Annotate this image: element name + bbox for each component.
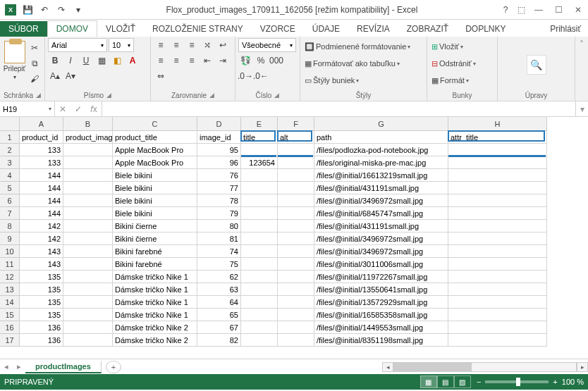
cell[interactable] [63, 156, 113, 169]
redo-icon[interactable]: ↷ [54, 2, 69, 18]
sheet-tab[interactable]: productImages [25, 361, 102, 373]
cell[interactable] [278, 321, 314, 334]
cell[interactable] [63, 283, 113, 296]
cell[interactable]: 82 [197, 334, 241, 347]
cell[interactable] [63, 232, 113, 245]
cell[interactable]: /files/@initial/13572929small.jpg [314, 296, 448, 309]
cell[interactable] [278, 245, 314, 258]
name-box[interactable]: H19▾ [0, 101, 55, 116]
cell[interactable] [278, 220, 314, 232]
cell[interactable]: path [314, 131, 448, 144]
increase-decimal-icon[interactable]: .0→ [238, 69, 252, 83]
cell[interactable]: 123654 [241, 156, 278, 169]
cell[interactable] [448, 220, 547, 232]
cell[interactable]: /files/@initial/8351198small.jpg [314, 334, 448, 347]
row-header[interactable]: 1 [0, 131, 20, 144]
cell[interactable]: 135 [20, 283, 63, 296]
row-header[interactable]: 16 [0, 321, 20, 334]
zoom-slider[interactable] [485, 380, 549, 383]
cell[interactable] [448, 334, 547, 347]
cell[interactable]: Bikini farebné [113, 245, 197, 258]
cell[interactable]: 79 [197, 207, 241, 220]
clipboard-dialog-launcher[interactable]: ◢ [36, 92, 41, 99]
orientation-icon[interactable]: ⤭ [200, 38, 214, 52]
merge-center-icon[interactable]: ⇔ [154, 69, 168, 83]
row-header[interactable]: 11 [0, 258, 20, 271]
cell[interactable]: 65 [197, 309, 241, 321]
percent-format-icon[interactable]: % [254, 54, 268, 68]
cell[interactable]: Dámske tričko Nike 1 [113, 296, 197, 309]
sign-in-link[interactable]: Prihlásiť [543, 21, 588, 37]
cell[interactable]: 143 [20, 258, 63, 271]
ribbon-display-options-icon[interactable]: ⬚ [513, 2, 529, 18]
row-header[interactable]: 17 [0, 334, 20, 347]
cell[interactable] [63, 258, 113, 271]
cell[interactable]: 144 [20, 182, 63, 194]
cell[interactable]: /files/@initial/3496972small.jpg [314, 194, 448, 207]
cell[interactable]: 67 [197, 321, 241, 334]
new-sheet-button[interactable]: + [106, 361, 121, 373]
row-header[interactable]: 12 [0, 271, 20, 283]
cell[interactable] [278, 182, 314, 194]
align-top-icon[interactable]: ≡ [154, 38, 168, 52]
cell[interactable]: /files/@initial/431191small.jpg [314, 220, 448, 232]
row-header[interactable]: 5 [0, 182, 20, 194]
cell[interactable] [241, 283, 278, 296]
find-select-button[interactable]: 🔍 [524, 52, 549, 75]
cell[interactable]: 135 [20, 296, 63, 309]
row-header[interactable]: 15 [0, 309, 20, 321]
cell[interactable]: Bikini čierne [113, 220, 197, 232]
align-bottom-icon[interactable]: ≡ [185, 38, 199, 52]
cell[interactable]: /files/@initial/1449553small.jpg [314, 321, 448, 334]
cancel-formula-icon[interactable]: ✕ [55, 104, 71, 114]
cell[interactable]: Bikini čierne [113, 232, 197, 245]
cell[interactable] [278, 169, 314, 182]
cell[interactable]: Dámske tričko Nike 2 [113, 321, 197, 334]
row-header[interactable]: 14 [0, 296, 20, 309]
cell[interactable]: /files/@initial/431191small.jpg [314, 182, 448, 194]
cell[interactable] [241, 334, 278, 347]
cell[interactable] [63, 169, 113, 182]
decrease-indent-icon[interactable]: ⇤ [200, 54, 214, 68]
cell[interactable]: Dámske tričko Nike 1 [113, 309, 197, 321]
format-painter-icon[interactable]: 🖌 [27, 72, 42, 86]
row-header[interactable]: 6 [0, 194, 20, 207]
ribbon-tab[interactable]: ZOBRAZIŤ [398, 21, 457, 37]
cell-styles-button[interactable]: ▭Štýly buniek▾ [303, 73, 424, 87]
align-middle-icon[interactable]: ≡ [169, 38, 183, 52]
row-header[interactable]: 9 [0, 232, 20, 245]
column-header[interactable]: C [113, 117, 197, 131]
cell[interactable]: 80 [197, 220, 241, 232]
qat-customize-icon[interactable]: ▾ [71, 2, 86, 18]
cell[interactable]: /files/@initial/13550641small.jpg [314, 283, 448, 296]
cell[interactable]: Bikini farebné [113, 258, 197, 271]
cell[interactable] [63, 220, 113, 232]
sheet-nav-prev[interactable]: ◂ [0, 362, 13, 371]
cell[interactable] [448, 194, 547, 207]
cell[interactable]: 136 [20, 321, 63, 334]
column-header[interactable]: G [314, 117, 448, 131]
cell[interactable]: Biele bikini [113, 169, 197, 182]
insert-cells-button[interactable]: ⊞Vložiť▾ [430, 39, 494, 54]
cell[interactable] [448, 271, 547, 283]
column-header[interactable]: D [197, 117, 241, 131]
cell[interactable] [278, 309, 314, 321]
cell[interactable] [278, 334, 314, 347]
hscroll-thumb[interactable] [394, 363, 472, 371]
column-header[interactable]: E [241, 117, 278, 131]
cell[interactable] [241, 321, 278, 334]
row-header[interactable]: 8 [0, 220, 20, 232]
alignment-dialog-launcher[interactable]: ◢ [209, 92, 214, 99]
decrease-font-icon[interactable]: A▾ [63, 69, 78, 83]
font-dialog-launcher[interactable]: ◢ [106, 92, 111, 99]
cell[interactable] [63, 321, 113, 334]
cell[interactable]: 63 [197, 283, 241, 296]
conditional-formatting-button[interactable]: 🔲Podmienené formátovanie▾ [303, 39, 424, 54]
cell[interactable] [278, 194, 314, 207]
cell[interactable]: Dámske tričko Nike 1 [113, 283, 197, 296]
cell[interactable] [448, 232, 547, 245]
cell[interactable]: /files/@initial/6845747small.jpg [314, 207, 448, 220]
tab-file[interactable]: SÚBOR [0, 21, 47, 37]
cell[interactable]: 135 [20, 271, 63, 283]
wrap-text-icon[interactable]: ↩ [216, 38, 230, 52]
